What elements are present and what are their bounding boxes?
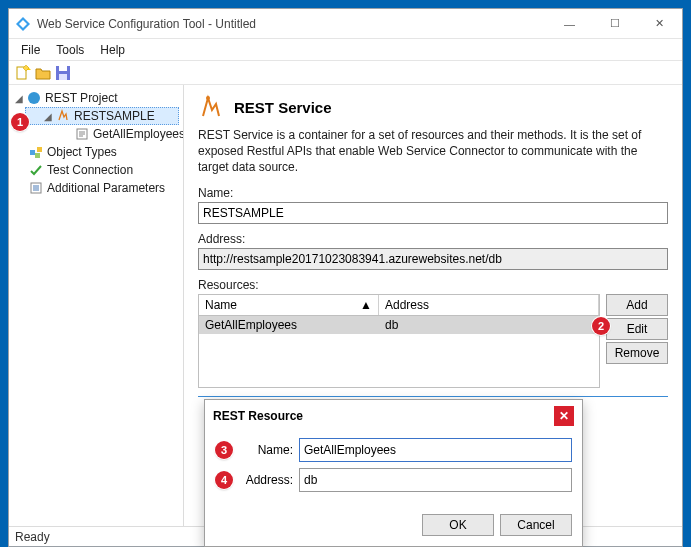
list-item[interactable]: GetAllEmployees db [199, 316, 599, 334]
menu-bar: File Tools Help [9, 39, 682, 61]
open-icon[interactable] [35, 65, 51, 81]
tree-additional-parameters[interactable]: Additional Parameters [11, 179, 179, 197]
dialog-title-bar[interactable]: REST Resource ✕ [205, 400, 582, 432]
tree-root-label: REST Project [45, 91, 117, 105]
window-buttons: — ☐ ✕ [547, 9, 682, 38]
params-icon [29, 181, 43, 195]
menu-file[interactable]: File [13, 41, 48, 59]
content-header: REST Service [198, 93, 668, 121]
tree-object-types-label: Object Types [47, 145, 117, 159]
window-title: Web Service Configuration Tool - Untitle… [37, 17, 547, 31]
dialog-title: REST Resource [213, 409, 303, 423]
resources-row: Name▲ Address GetAllEmployees db Add Edi… [198, 294, 668, 388]
callout-4: 4 [215, 471, 233, 489]
tree-service-label: RESTSAMPLE [74, 109, 155, 123]
address-label: Address: [198, 232, 668, 246]
page-description: REST Service is a container for a set of… [198, 127, 668, 176]
dialog-buttons: OK Cancel [205, 508, 582, 546]
callout-1: 1 [11, 113, 29, 131]
callout-3: 3 [215, 441, 233, 459]
tree-test-connection[interactable]: Test Connection [11, 161, 179, 179]
dialog-name-row: 3 Name: [215, 438, 572, 462]
col-name[interactable]: Name▲ [199, 295, 379, 315]
svg-rect-11 [37, 147, 42, 152]
resources-body[interactable]: GetAllEmployees db [198, 316, 600, 388]
resource-icon [75, 127, 89, 141]
remove-button[interactable]: Remove [606, 342, 668, 364]
cell-name: GetAllEmployees [199, 316, 379, 334]
tree-additional-parameters-label: Additional Parameters [47, 181, 165, 195]
col-address[interactable]: Address [379, 295, 599, 315]
page-title: REST Service [234, 99, 332, 116]
edit-button[interactable]: Edit [606, 318, 668, 340]
tree-resource[interactable]: GetAllEmployees [25, 125, 179, 143]
resources-label: Resources: [198, 278, 668, 292]
expand-icon[interactable]: ◢ [15, 93, 23, 104]
new-icon[interactable] [15, 65, 31, 81]
name-input[interactable] [198, 202, 668, 224]
tree-resource-label: GetAllEmployees [93, 127, 184, 141]
svg-rect-7 [59, 74, 67, 80]
rest-resource-dialog: REST Resource ✕ 3 Name: 4 Address: OK Ca… [204, 399, 583, 547]
svg-rect-12 [35, 153, 40, 158]
ok-button[interactable]: OK [422, 514, 494, 536]
svg-point-14 [206, 96, 210, 100]
menu-tools[interactable]: Tools [48, 41, 92, 59]
dialog-address-label: Address: [239, 473, 293, 487]
tree-service[interactable]: ◢ RESTSAMPLE [25, 107, 179, 125]
dialog-body: 3 Name: 4 Address: [205, 432, 582, 508]
project-tree[interactable]: ◢ REST Project ◢ RESTSAMPLE GetAllEmploy… [9, 85, 184, 526]
expand-icon[interactable]: ◢ [44, 111, 52, 122]
cancel-button[interactable]: Cancel [500, 514, 572, 536]
resource-buttons: Add Edit Remove [606, 294, 668, 364]
cell-address: db [379, 316, 599, 334]
dialog-address-input[interactable] [299, 468, 572, 492]
svg-rect-10 [30, 150, 35, 155]
dialog-close-button[interactable]: ✕ [554, 406, 574, 426]
test-icon [29, 163, 43, 177]
tree-object-types[interactable]: Object Types [11, 143, 179, 161]
tree-test-connection-label: Test Connection [47, 163, 133, 177]
status-text: Ready [15, 530, 50, 544]
toolbar [9, 61, 682, 85]
save-icon[interactable] [55, 65, 71, 81]
app-window: Web Service Configuration Tool - Untitle… [8, 8, 683, 547]
maximize-button[interactable]: ☐ [592, 9, 637, 38]
title-bar: Web Service Configuration Tool - Untitle… [9, 9, 682, 39]
tree-root[interactable]: ◢ REST Project [11, 89, 179, 107]
app-icon [15, 16, 31, 32]
service-large-icon [198, 93, 226, 121]
menu-help[interactable]: Help [92, 41, 133, 59]
close-button[interactable]: ✕ [637, 9, 682, 38]
svg-rect-6 [59, 66, 67, 71]
dialog-address-row: 4 Address: [215, 468, 572, 492]
minimize-button[interactable]: — [547, 9, 592, 38]
add-button[interactable]: Add [606, 294, 668, 316]
svg-point-8 [28, 92, 40, 104]
separator [198, 396, 668, 397]
objects-icon [29, 145, 43, 159]
resources-header: Name▲ Address [198, 294, 600, 316]
dialog-name-input[interactable] [299, 438, 572, 462]
project-icon [27, 91, 41, 105]
callout-2: 2 [592, 317, 610, 335]
resources-list[interactable]: Name▲ Address GetAllEmployees db [198, 294, 600, 388]
address-input[interactable] [198, 248, 668, 270]
dialog-name-label: Name: [239, 443, 293, 457]
name-label: Name: [198, 186, 668, 200]
service-icon [56, 109, 70, 123]
